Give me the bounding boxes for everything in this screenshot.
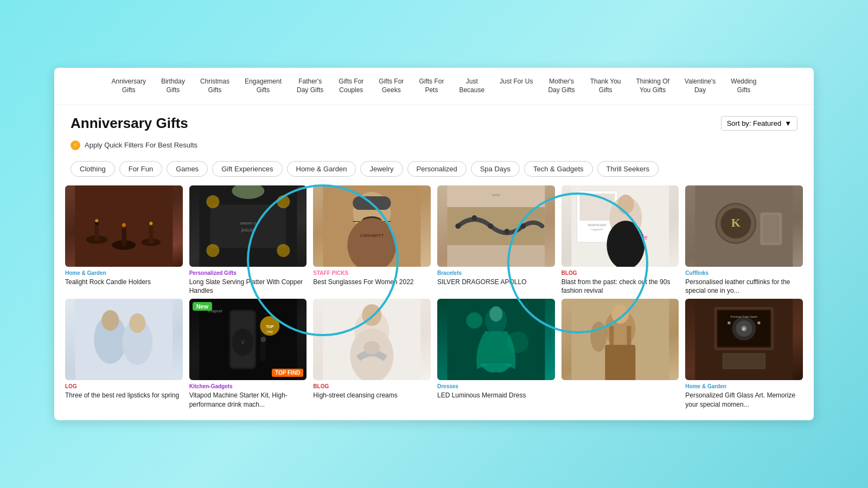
filter-gift-experiences[interactable]: Gift Experiences	[212, 161, 282, 177]
nav-birthday[interactable]: BirthdayGifts	[154, 74, 193, 98]
svg-point-70	[260, 337, 266, 342]
svg-point-16	[206, 195, 219, 208]
product-card-lipstick[interactable]: LOG Three of the best red lipsticks for …	[65, 299, 183, 409]
product-card-sunglasses[interactable]: CARHARTT STAFF PICKS Best Sunglasses For…	[313, 185, 431, 296]
product-title: Three of the best red lipsticks for spri…	[65, 391, 183, 400]
svg-point-17	[277, 195, 290, 208]
nav-anniversary[interactable]: AnniversaryGifts	[104, 74, 154, 98]
product-card-bracelet[interactable]: wrist Bracelets SILVER DRAGORSE APOLLO	[437, 185, 555, 296]
product-title: SILVER DRAGORSE APOLLO	[437, 278, 555, 287]
nav-valentines[interactable]: Valentine'sDay	[677, 74, 723, 98]
filter-tech-gadgets[interactable]: Tech & Gadgets	[524, 161, 593, 177]
product-category: LOG	[65, 383, 183, 389]
product-card-fashion[interactable]: WHATEVER magazine Barbie BLOG Blast from…	[561, 185, 679, 296]
product-card-mermaid[interactable]: Dresses LED Luminous Mermaid Dress	[437, 299, 555, 409]
filter-clothing[interactable]: Clothing	[71, 161, 115, 177]
svg-point-19	[277, 244, 290, 257]
product-category: BLOG	[561, 270, 679, 276]
svg-rect-92	[571, 299, 669, 380]
product-title	[561, 391, 679, 400]
quick-filter-text: Apply Quick Filters For Best Results	[85, 141, 197, 149]
nav-pets[interactable]: Gifts ForPets	[411, 74, 451, 98]
filter-for-fun[interactable]: For Fun	[119, 161, 163, 177]
svg-rect-23	[353, 196, 391, 210]
product-image-cufflinks: K	[685, 185, 803, 267]
product-title: Blast from the past: check out the 90s f…	[561, 278, 679, 296]
nav-just-because[interactable]: JustBecause	[451, 74, 492, 98]
product-image-mermaid	[437, 299, 555, 380]
sort-label: Sort by: Featured	[727, 119, 781, 127]
category-filters: Clothing For Fun Games Gift Experiences …	[54, 157, 814, 185]
product-title: Personalized Gift Glass Art. Memorize yo…	[685, 391, 803, 409]
svg-rect-101	[728, 322, 731, 324]
product-card-cleansing[interactable]: BLOG High-street cleansing creams	[313, 299, 431, 409]
product-card-slate[interactable]: amore e felicità Personalized Gifts Long…	[189, 185, 307, 296]
product-category: Bracelets	[437, 270, 555, 276]
product-image-glass-art: ⏸ Forever Fols Apart	[685, 299, 803, 380]
svg-point-18	[206, 244, 219, 257]
nav-geeks[interactable]: Gifts ForGeeks	[371, 74, 411, 98]
product-category: Home & Garden	[65, 270, 183, 276]
product-image-lipstick	[65, 299, 183, 380]
product-title: Personalised leather cufflinks for the s…	[685, 278, 803, 296]
svg-text:⏸: ⏸	[743, 328, 746, 331]
product-title: Vitapod Machine Starter Kit, High-perfor…	[189, 391, 307, 409]
svg-text:wrist: wrist	[492, 193, 500, 197]
svg-text:CARHARTT: CARHARTT	[360, 233, 384, 238]
nav-wedding[interactable]: WeddingGifts	[723, 74, 764, 98]
product-category: Home & Garden	[685, 383, 803, 389]
nav-mothers[interactable]: Mother'sDay Gifts	[540, 74, 582, 98]
svg-point-76	[362, 304, 382, 326]
product-category: Cufflinks	[685, 270, 803, 276]
svg-text:WHATEVER: WHATEVER	[588, 223, 606, 227]
product-image-candles	[65, 185, 183, 267]
filter-icon: ⚡	[71, 140, 80, 150]
product-image-slate: amore e felicità	[189, 185, 307, 267]
product-image-fashion: WHATEVER magazine Barbie	[561, 185, 679, 267]
svg-point-34	[471, 215, 477, 221]
svg-rect-82	[447, 299, 545, 380]
nav-couples[interactable]: Gifts ForCouples	[331, 74, 371, 98]
product-card-candles[interactable]: Home & Garden Tealight Rock Candle Holde…	[65, 185, 183, 296]
svg-rect-32	[447, 207, 545, 245]
product-card-vitapod[interactable]: Vitapod V TOP FIND New TOP FIND Kitchen-…	[189, 299, 307, 409]
svg-text:amore e: amore e	[240, 220, 256, 226]
filter-games[interactable]: Games	[167, 161, 208, 177]
main-container: AnniversaryGifts BirthdayGifts Christmas…	[54, 68, 814, 420]
svg-text:Forever Fols Apart: Forever Fols Apart	[731, 315, 758, 318]
filter-spa-days[interactable]: Spa Days	[471, 161, 520, 177]
nav-just-for-us[interactable]: Just For Us	[492, 74, 540, 98]
product-card-glass-art[interactable]: ⏸ Forever Fols Apart Home & Garden Perso…	[685, 299, 803, 409]
filter-thrill-seekers[interactable]: Thrill Seekers	[597, 161, 659, 177]
nav-thinking-of-you[interactable]: Thinking OfYou Gifts	[629, 74, 677, 98]
product-category	[561, 383, 679, 389]
product-grid-row1: Home & Garden Tealight Rock Candle Holde…	[54, 185, 814, 299]
svg-point-84	[507, 331, 528, 353]
nav-christmas[interactable]: ChristmasGifts	[193, 74, 237, 98]
svg-point-36	[504, 229, 509, 234]
svg-point-37	[520, 223, 526, 229]
product-category: Dresses	[437, 383, 555, 389]
product-image-fashion2	[561, 299, 679, 380]
badge-top-find: TOP FIND	[272, 369, 303, 377]
svg-rect-61	[75, 299, 173, 380]
nav-thank-you[interactable]: Thank YouGifts	[583, 74, 629, 98]
product-category: Kitchen-Gadgets	[189, 383, 307, 389]
sort-select[interactable]: Sort by: Featured ▼	[721, 116, 797, 131]
filter-jewelry[interactable]: Jewelry	[360, 161, 403, 177]
badge-new: New	[193, 302, 213, 311]
product-category: Personalized Gifts	[189, 270, 307, 276]
svg-rect-104	[723, 353, 766, 369]
filter-personalized[interactable]: Personalized	[407, 161, 467, 177]
filter-home-garden[interactable]: Home & Garden	[287, 161, 356, 177]
product-card-fashion2[interactable]	[561, 299, 679, 409]
product-title: Long Slate Serving Platter With Copper H…	[189, 278, 307, 296]
product-card-cufflinks[interactable]: K Cufflinks Personalised leather cufflin…	[685, 185, 803, 296]
product-image-sunglasses: CARHARTT	[313, 185, 431, 267]
product-category: STAFF PICKS	[313, 270, 431, 276]
nav-fathers[interactable]: Father'sDay Gifts	[289, 74, 331, 98]
page-header: Anniversary Gifts Sort by: Featured ▼	[54, 105, 814, 137]
svg-text:magazine: magazine	[591, 228, 603, 231]
quick-filters-banner: ⚡ Apply Quick Filters For Best Results	[54, 137, 814, 157]
nav-engagement[interactable]: EngagementGifts	[237, 74, 289, 98]
